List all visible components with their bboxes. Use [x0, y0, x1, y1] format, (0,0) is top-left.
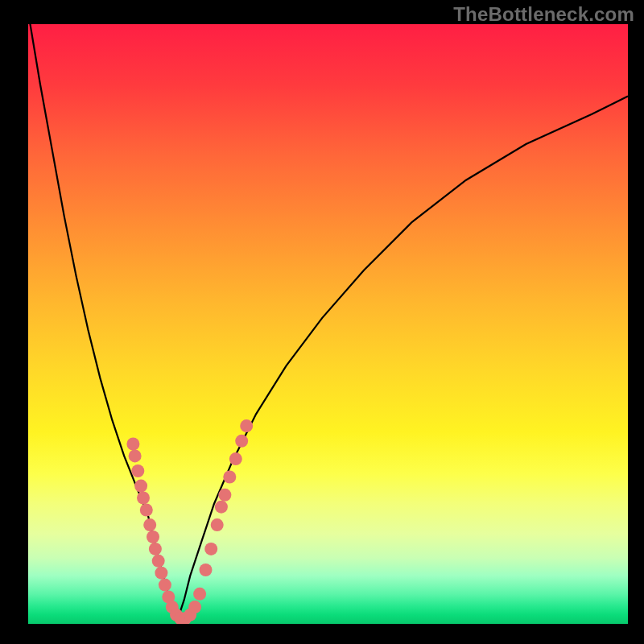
scatter-point: [200, 564, 213, 576]
scatter-point: [215, 501, 228, 514]
scatter-point: [211, 518, 224, 531]
scatter-point: [143, 518, 156, 531]
curve-left-branch: [28, 24, 178, 618]
scatter-point: [193, 588, 206, 601]
watermark-text: TheBottleneck.com: [453, 3, 634, 26]
scatter-point: [218, 489, 231, 502]
scatter-point: [134, 480, 147, 493]
scatter-point: [188, 601, 201, 613]
scatter-point: [235, 435, 248, 448]
scatter-point: [204, 543, 217, 555]
scatter-point: [129, 449, 142, 462]
scatter-point: [229, 452, 242, 465]
chart-svg: [28, 24, 628, 624]
scatter-point: [152, 555, 165, 568]
scatter-point: [149, 543, 162, 555]
scatter-point: [240, 419, 253, 432]
scatter-point: [131, 464, 144, 477]
scatter-point: [223, 471, 236, 484]
scatter-point: [137, 492, 150, 505]
scatter-point: [155, 567, 167, 580]
plot-area: [28, 24, 628, 624]
chart-frame: TheBottleneck.com: [0, 0, 644, 644]
curve-right-branch: [178, 96, 628, 617]
scatter-point: [126, 438, 139, 451]
curve-layer: [28, 24, 628, 618]
scatter-point: [159, 579, 171, 592]
scatter-point: [147, 530, 159, 543]
scatter-layer: [126, 419, 253, 624]
scatter-point: [140, 504, 153, 517]
